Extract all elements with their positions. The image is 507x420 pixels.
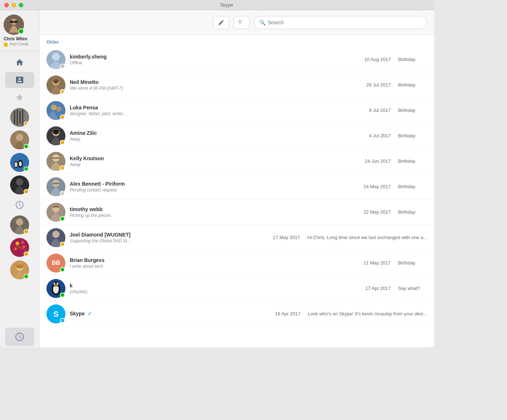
profile-section[interactable]: Chris Wiles ! Add Credit: [0, 10, 39, 52]
status-clock: [60, 242, 65, 247]
title-bar: Skype: [0, 0, 434, 10]
svg-rect-43: [52, 157, 60, 159]
sidebar-item-favorites[interactable]: [5, 89, 34, 105]
svg-point-30: [52, 53, 60, 61]
contact-row-brian[interactable]: BB Brian Burgess I write about tech 11 M…: [39, 250, 434, 276]
status-clock: [60, 114, 65, 120]
svg-point-3: [11, 21, 13, 23]
contact-row-joel[interactable]: Joel Diamond [WUGNET] Supporting the Glo…: [39, 225, 434, 250]
contact-avatar-wrapper: [46, 76, 65, 94]
online-badge-3: [24, 274, 29, 279]
contact-info: Luka Pensa designer, father, pilot, writ…: [70, 105, 354, 116]
status-clock: [60, 140, 65, 145]
minimize-button[interactable]: [12, 3, 16, 7]
contact-avatar-wrapper: [46, 101, 65, 120]
contact-info: Alex Bennett - Piriform Pending contact …: [70, 181, 354, 193]
sidebar-contact-blonde[interactable]: [5, 259, 34, 280]
status-clock-badge-4: [24, 251, 29, 257]
compose-button[interactable]: [213, 16, 229, 29]
contact-info: timothy webb Picking up the pieces: [70, 206, 354, 218]
status-clock-badge: [24, 121, 29, 126]
contact-avatar-wrapper: S ✓: [46, 304, 65, 323]
sidebar: Chris Wiles ! Add Credit: [0, 10, 39, 347]
contact-row-amina[interactable]: Amina Zilic Away 4 Jul 2017 Birthday: [39, 123, 434, 149]
status-clock-badge-2: [24, 189, 29, 194]
svg-point-50: [52, 231, 60, 238]
close-button[interactable]: [4, 3, 9, 7]
svg-point-24: [21, 241, 24, 244]
svg-text:S: S: [53, 310, 59, 319]
contact-info: Skype ✓: [70, 311, 264, 317]
contact-info: Joel Diamond [WUGNET] Supporting the Glo…: [70, 232, 264, 243]
status-online: [60, 216, 65, 221]
svg-line-35: [63, 92, 64, 92]
sidebar-item-home[interactable]: [5, 54, 34, 70]
sidebar-contact-dark[interactable]: [5, 174, 34, 195]
toolbar: 🔍: [39, 10, 434, 35]
sidebar-contact-guy2[interactable]: [5, 214, 34, 235]
window-title: Skype: [23, 2, 430, 8]
contact-avatar-wrapper: [46, 279, 65, 298]
status-clock: [60, 165, 65, 170]
main-content: 🔍 Older: [39, 10, 434, 347]
contact-row-kimberly[interactable]: kimberly.sheng Offline 10 Aug 2017 Birth…: [39, 47, 434, 72]
svg-rect-46: [53, 183, 59, 184]
svg-point-38: [56, 106, 61, 112]
svg-point-25: [23, 246, 25, 248]
svg-point-37: [51, 105, 57, 110]
status-online: [60, 292, 65, 298]
contact-avatar-wrapper: [46, 203, 65, 222]
contact-row-alex[interactable]: ? Alex Bennett - Piriform Pending contac…: [39, 174, 434, 199]
svg-point-55: [54, 283, 56, 285]
svg-point-4: [15, 21, 17, 23]
svg-point-26: [14, 247, 17, 250]
contact-info: Amina Zilic Away: [70, 130, 354, 142]
search-icon: 🔍: [259, 20, 265, 25]
sidebar-contact-fireworks[interactable]: [5, 237, 34, 258]
maximize-button[interactable]: [19, 3, 23, 7]
app-body: Chris Wiles ! Add Credit: [0, 10, 434, 347]
status-online: [60, 267, 65, 272]
contact-avatar-wrapper: BB: [46, 254, 65, 272]
status-verified: ✓: [60, 318, 65, 323]
app-window: Skype: [0, 0, 434, 347]
sidebar-contact-penguins[interactable]: [5, 152, 34, 173]
svg-point-19: [16, 178, 23, 186]
contact-info: k (chuckle): [70, 283, 354, 294]
contact-info: kimberly.sheng Offline: [70, 54, 354, 65]
bottom-clock-btn[interactable]: [5, 328, 34, 346]
contact-row-luka[interactable]: Luka Pensa designer, father, pilot, writ…: [39, 98, 434, 123]
contact-row-timothy[interactable]: timothy webb Picking up the pieces 22 Ma…: [39, 199, 434, 225]
sidebar-nav: [0, 52, 39, 326]
contact-row-neil[interactable]: Neil Minetto Idle since 4:36 PM (GMT-7) …: [39, 72, 434, 98]
sidebar-item-contacts[interactable]: [5, 72, 34, 88]
dialpad-button[interactable]: [234, 16, 250, 29]
warning-icon: !: [4, 43, 8, 47]
status-clock-badge-3: [24, 229, 29, 234]
contact-row-k[interactable]: k (chuckle) 17 Apr 2017 Say what?: [39, 276, 434, 301]
svg-point-17: [19, 161, 22, 166]
online-badge: [24, 144, 29, 149]
contact-info: Neil Minetto Idle since 4:36 PM (GMT-7): [70, 79, 354, 91]
sidebar-contact-man[interactable]: [5, 129, 34, 150]
traffic-lights: [4, 3, 23, 7]
section-header-older: Older: [39, 35, 434, 47]
svg-point-21: [16, 218, 23, 226]
search-input[interactable]: [268, 20, 422, 25]
status-pending: ?: [60, 191, 65, 196]
profile-status-badge: [18, 28, 24, 34]
svg-point-15: [15, 162, 17, 167]
profile-name: Chris Wiles: [4, 36, 27, 41]
contact-avatar-wrapper: [46, 228, 65, 247]
contact-list: Older kimberly.s: [39, 35, 434, 347]
contact-row-skype[interactable]: S ✓ Skype ✓ 16 Apr 201: [39, 301, 434, 327]
contact-info: Kelly Knutson Away: [70, 156, 354, 167]
svg-point-12: [16, 134, 23, 141]
contact-row-kelly[interactable]: Kelly Knutson Away 24 Jun 2017 Birthday: [39, 149, 434, 174]
add-credit[interactable]: ! Add Credit: [4, 42, 28, 47]
sidebar-contact-zebra[interactable]: [5, 107, 34, 128]
svg-point-23: [16, 242, 19, 245]
sidebar-item-recent[interactable]: [5, 197, 34, 213]
svg-point-57: [54, 285, 57, 286]
contact-avatar-wrapper: [46, 50, 65, 69]
